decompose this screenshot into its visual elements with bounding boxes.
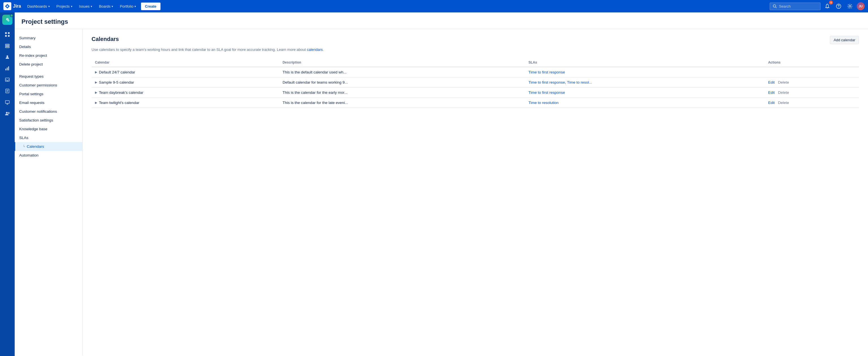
- table-row: ▶ Sample 9-5 calendar Default calendar f…: [92, 77, 859, 87]
- nav-issues[interactable]: Issues ▾: [76, 3, 95, 10]
- chevron-down-icon: ▾: [71, 5, 72, 8]
- table-row: ▶ Team twilight's calendar This is the c…: [92, 97, 859, 108]
- actions-cell: Edit Delete: [765, 77, 859, 87]
- table-row: ▶ Team daybreak's calendar This is the c…: [92, 87, 859, 97]
- delete-button[interactable]: Delete: [778, 101, 789, 105]
- slas-cell: Time to first response: [525, 87, 765, 97]
- actions-cell: Edit Delete: [765, 87, 859, 97]
- notifications-button[interactable]: 4: [823, 2, 832, 11]
- section-description: Use calendars to specify a team's workin…: [92, 47, 859, 53]
- nav-item-customer-notifications[interactable]: Customer notifications: [15, 107, 82, 116]
- user-avatar[interactable]: JU: [857, 2, 865, 10]
- edit-button[interactable]: Edit: [768, 101, 774, 105]
- bell-icon: [825, 4, 830, 9]
- nav-boards[interactable]: Boards ▾: [96, 3, 116, 10]
- nav-item-reindex[interactable]: Re-index project: [15, 51, 82, 60]
- nav-item-summary[interactable]: Summary: [15, 34, 82, 42]
- svg-line-1: [776, 7, 777, 8]
- svg-rect-9: [5, 32, 7, 34]
- nav-item-delete[interactable]: Delete project: [15, 60, 82, 69]
- gear-icon: [847, 4, 852, 9]
- calendar-name-cell: ▶ Team twilight's calendar: [92, 97, 279, 108]
- sidebar-icon-grid[interactable]: [2, 29, 12, 39]
- main-content: Calendars Add calendar Use calendars to …: [83, 29, 868, 356]
- nav-item-customer-permissions[interactable]: Customer permissions: [15, 81, 82, 90]
- slas-cell: Time to first response, Time to resol...: [525, 77, 765, 87]
- left-navigation: Summary Details Re-index project Delete …: [15, 29, 83, 356]
- sidebar-icons: [0, 12, 15, 356]
- col-slas: SLAs: [525, 58, 765, 67]
- top-navigation: Jira Dashboards ▾ Projects ▾ Issues ▾ Bo…: [0, 0, 868, 12]
- add-calendar-button[interactable]: Add calendar: [830, 36, 859, 44]
- svg-point-4: [849, 5, 851, 7]
- sidebar-icon-person-add[interactable]: [2, 108, 12, 119]
- nav-right-section: 4 JU: [770, 2, 865, 11]
- svg-rect-17: [5, 69, 6, 70]
- settings-button[interactable]: [845, 2, 855, 11]
- nav-item-knowledge-base[interactable]: Knowledge base: [15, 125, 82, 133]
- actions-cell: Edit Delete: [765, 97, 859, 108]
- expand-icon[interactable]: ▶: [95, 91, 97, 94]
- description-cell: This is the calendar for the late eveni.…: [279, 97, 525, 108]
- nav-item-slas[interactable]: SLAs: [15, 133, 82, 142]
- help-button[interactable]: [834, 2, 843, 11]
- delete-button[interactable]: Delete: [778, 80, 789, 85]
- edit-button[interactable]: Edit: [768, 90, 774, 95]
- description-cell: Default calendar for teams working 9...: [279, 77, 525, 87]
- main-wrapper: Project settings Summary Details Re-inde…: [15, 12, 868, 356]
- project-avatar[interactable]: [2, 15, 12, 25]
- sidebar-icon-page[interactable]: [2, 86, 12, 96]
- nav-item-details[interactable]: Details: [15, 42, 82, 51]
- calendars-table: Calendar Description SLAs Actions ▶ Defa…: [92, 58, 859, 108]
- table-header-row: Calendar Description SLAs Actions: [92, 58, 859, 67]
- sidebar-icon-inbox[interactable]: [2, 74, 12, 85]
- create-button[interactable]: Create: [141, 3, 160, 10]
- nav-item-email-requests[interactable]: Email requests: [15, 98, 82, 107]
- nav-projects[interactable]: Projects ▾: [54, 3, 75, 10]
- app-logo[interactable]: Jira: [3, 2, 21, 10]
- chevron-down-icon: ▾: [48, 5, 50, 8]
- svg-rect-25: [5, 101, 9, 103]
- nav-item-request-types[interactable]: Request types: [15, 72, 82, 81]
- sla-link[interactable]: Time to first response: [528, 90, 565, 95]
- svg-rect-19: [8, 66, 9, 70]
- nav-portfolio[interactable]: Portfolio ▾: [117, 3, 139, 10]
- nav-dashboards[interactable]: Dashboards ▾: [24, 3, 52, 10]
- jira-icon: [3, 2, 11, 10]
- col-actions: Actions: [765, 58, 859, 67]
- content-area: Summary Details Re-index project Delete …: [15, 29, 868, 356]
- search-box[interactable]: [770, 3, 820, 10]
- nav-item-automation[interactable]: Automation: [15, 151, 82, 160]
- sidebar-icon-chart[interactable]: [2, 63, 12, 73]
- sidebar-icon-backlog[interactable]: [2, 41, 12, 51]
- expand-icon[interactable]: ▶: [95, 101, 97, 104]
- sla-link[interactable]: Time to resolution: [528, 101, 559, 105]
- table-row: ▶ Default 24/7 calendar This is the defa…: [92, 67, 859, 77]
- nav-item-calendars[interactable]: └ Calendars: [15, 142, 82, 151]
- edit-button[interactable]: Edit: [768, 80, 774, 85]
- expand-icon[interactable]: ▶: [95, 70, 97, 74]
- nav-item-portal-settings[interactable]: Portal settings: [15, 90, 82, 98]
- sidebar-icon-team[interactable]: [2, 52, 12, 62]
- chevron-down-icon: ▾: [91, 5, 92, 8]
- content-header: Calendars Add calendar: [92, 36, 859, 45]
- search-icon: [773, 4, 777, 8]
- svg-point-3: [838, 7, 839, 8]
- svg-point-16: [6, 55, 8, 57]
- expand-icon[interactable]: ▶: [95, 80, 97, 84]
- slas-cell: Time to resolution: [525, 97, 765, 108]
- svg-point-8: [8, 20, 9, 21]
- calendars-learn-more-link[interactable]: calendars: [307, 47, 323, 52]
- chevron-down-icon: ▾: [134, 5, 136, 8]
- sla-link-first[interactable]: Time to first response: [528, 80, 565, 85]
- sla-link[interactable]: Time to first response: [528, 70, 565, 74]
- sidebar-icon-monitor[interactable]: [2, 97, 12, 107]
- nav-item-satisfaction-settings[interactable]: Satisfaction settings: [15, 116, 82, 125]
- calendar-name-cell: ▶ Default 24/7 calendar: [92, 67, 279, 77]
- svg-rect-14: [5, 45, 9, 46]
- page-header: Project settings: [15, 12, 868, 29]
- delete-button[interactable]: Delete: [778, 90, 789, 95]
- search-input[interactable]: [779, 4, 813, 8]
- sla-link-second[interactable]: Time to resol...: [567, 80, 592, 85]
- logo-text: Jira: [13, 4, 21, 9]
